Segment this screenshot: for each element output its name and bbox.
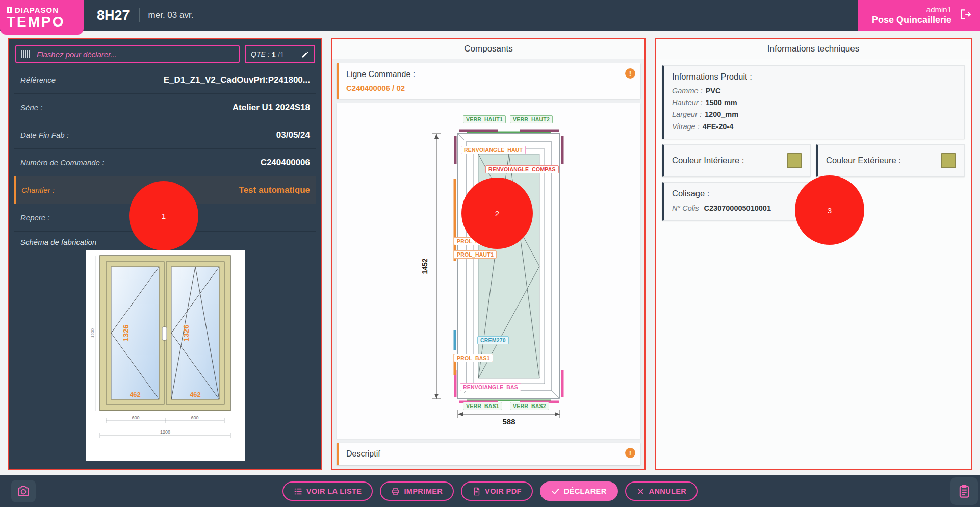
clock: 8H27	[97, 8, 130, 23]
header-separator	[139, 8, 140, 22]
field-row-serie: Série : Atelier U1 2024S18	[14, 94, 316, 121]
exterior-color-label: Couleur Extérieure :	[826, 156, 901, 165]
svg-text:1326: 1326	[121, 324, 130, 341]
order-line-link[interactable]: C240400006 / 02	[346, 84, 618, 92]
components-panel: Composants Ligne Commande : C240400006 /…	[331, 38, 646, 470]
annotation-circle-1: 1	[129, 181, 198, 250]
colis-number-row: N° Colis C230700005010001	[672, 202, 802, 214]
imprimer-button[interactable]: IMPRIMER	[380, 481, 454, 501]
field-label: Série :	[20, 103, 42, 112]
printer-icon	[391, 487, 400, 496]
components-panel-title: Composants	[332, 39, 644, 59]
component-chip-renvoiangle-compas: RENVOIANGLE_COMPAS	[485, 165, 559, 173]
descriptif-block: Descriptif !	[337, 443, 640, 465]
field-value: C240400006	[261, 158, 310, 168]
top-bar: DIAPASON TEMPO 8H27 mer. 03 avr. admin1 …	[0, 0, 980, 31]
field-value: Test automatique	[239, 185, 310, 195]
current-date: mer. 03 avr.	[148, 10, 194, 20]
pdf-file-icon	[472, 487, 481, 496]
check-icon	[551, 487, 560, 496]
colisage-title: Colisage :	[672, 189, 802, 198]
component-window-drawing: 1452 588	[346, 115, 631, 426]
voir-la-liste-button[interactable]: VOIR LA LISTE	[282, 481, 373, 501]
component-chip-verr-haut1: VERR_HAUT1	[463, 115, 506, 123]
svg-text:600: 600	[191, 415, 198, 420]
svg-text:462: 462	[130, 391, 141, 398]
svg-text:1200: 1200	[160, 429, 170, 435]
scan-input[interactable]	[15, 45, 240, 63]
exterior-color-swatch	[941, 153, 956, 168]
svg-text:600: 600	[132, 415, 139, 420]
field-row-date-fin-fab: Date Fin Fab : 03/05/24	[14, 121, 316, 149]
barcode-icon	[21, 50, 31, 58]
logo-text-bottom: TEMPO	[7, 14, 84, 29]
logout-icon[interactable]	[959, 8, 972, 23]
colis-number-label: N° Colis	[672, 204, 699, 212]
edit-quantity-icon[interactable]	[301, 50, 309, 58]
field-value: 03/05/24	[276, 130, 310, 140]
quantity-value: 1	[272, 50, 276, 59]
app-logo: DIAPASON TEMPO	[0, 0, 84, 35]
info-row-largeur: Largeur :1200_mm	[672, 109, 956, 120]
clipboard-button[interactable]	[950, 477, 978, 505]
svg-text:1500: 1500	[90, 328, 95, 338]
product-info-title: Informations Produit :	[672, 72, 956, 82]
order-line-label: Ligne Commande :	[346, 70, 618, 79]
svg-text:588: 588	[502, 417, 515, 426]
quantity-label: QTE :	[251, 50, 270, 58]
field-label: Référence	[20, 75, 56, 84]
field-value: E_D1_Z1_V2_CadOuvPri:P241800...	[164, 75, 310, 85]
svg-text:462: 462	[190, 391, 201, 398]
technical-info-panel: Informations techniques Informations Pro…	[655, 38, 972, 470]
info-row-vitrage: Vitrage :4FE-20-4	[672, 121, 956, 133]
main-content: QTE : 1 /1 Référence E_D1_Z1_V2_CadOuvPr…	[0, 31, 980, 475]
colisage-block: Colisage : N° Colis C230700005010001	[662, 182, 811, 221]
user-name: admin1	[872, 5, 951, 15]
declarer-button[interactable]: DÉCLARER	[540, 481, 618, 501]
user-session-button[interactable]: admin1 Pose Quincaillerie	[858, 0, 980, 31]
field-row-numero-commande: Numéro de Commande : C240400006	[14, 149, 316, 176]
workstation-name: Pose Quincaillerie	[872, 14, 951, 26]
technical-info-title: Informations techniques	[656, 39, 971, 59]
component-chip-verr-bas2: VERR_BAS2	[510, 402, 549, 410]
camera-button[interactable]	[11, 480, 36, 502]
colis-number-value: C230700005010001	[704, 204, 771, 212]
product-panel: QTE : 1 /1 Référence E_D1_Z1_V2_CadOuvPr…	[8, 38, 322, 470]
component-chip-prol-haut1: PROL_HAUT1	[454, 250, 497, 259]
quantity-total: /1	[278, 50, 285, 59]
app-root: DIAPASON TEMPO 8H27 mer. 03 avr. admin1 …	[0, 0, 980, 507]
bottom-action-bar: VOIR LA LISTE IMPRIMER VOIR PDF DÉCLARER	[0, 475, 980, 507]
list-icon	[294, 487, 302, 496]
interior-color-label: Couleur Intérieure :	[672, 156, 744, 165]
svg-text:1326: 1326	[182, 324, 190, 341]
annuler-button[interactable]: ANNULER	[625, 481, 698, 501]
logo-icon	[7, 7, 12, 13]
scan-row: QTE : 1 /1	[15, 45, 315, 63]
cross-icon	[636, 487, 645, 496]
components-diagram: 1452 588 VERR_HAUT1 VERR_HAUT2	[346, 115, 631, 426]
component-chip-crem270: CREM270	[477, 336, 509, 344]
info-icon[interactable]: !	[625, 68, 635, 79]
info-icon[interactable]: !	[625, 448, 635, 458]
component-chip-renvoiangle-bas: RENVOIANGLE_BAS	[460, 383, 521, 391]
product-info-block: Informations Produit : Gamme :PVC Hauteu…	[662, 65, 965, 139]
logo-text-top: DIAPASON	[15, 6, 59, 14]
annotation-circle-2: 2	[461, 178, 533, 249]
component-chip-prol-bas1: PROL_BAS1	[454, 354, 493, 362]
voir-pdf-button[interactable]: VOIR PDF	[461, 481, 533, 501]
info-row-hauteur: Hauteur :1500 mm	[672, 97, 956, 109]
components-diagram-block: 1452 588 VERR_HAUT1 VERR_HAUT2	[337, 103, 640, 439]
field-value: Atelier U1 2024S18	[233, 103, 310, 113]
component-chip-renvoiangle-haut: RENVOIANGLE_HAUT	[461, 146, 526, 154]
camera-icon	[17, 485, 30, 498]
field-row-reference: Référence E_D1_Z1_V2_CadOuvPri:P241800..…	[14, 66, 316, 94]
component-chip-verr-bas1: VERR_BAS1	[463, 402, 502, 410]
quantity-box[interactable]: QTE : 1 /1	[245, 45, 315, 63]
info-row-gamme: Gamme :PVC	[672, 85, 956, 97]
annotation-circle-3: 3	[795, 175, 864, 245]
fabrication-schema: 1326 1326 462 462 1500 600 600 1200	[86, 250, 245, 461]
clipboard-icon	[957, 484, 971, 498]
field-label: Date Fin Fab :	[20, 131, 69, 139]
field-label: Numéro de Commande :	[20, 158, 104, 167]
action-buttons: VOIR LA LISTE IMPRIMER VOIR PDF DÉCLARER	[282, 481, 698, 501]
